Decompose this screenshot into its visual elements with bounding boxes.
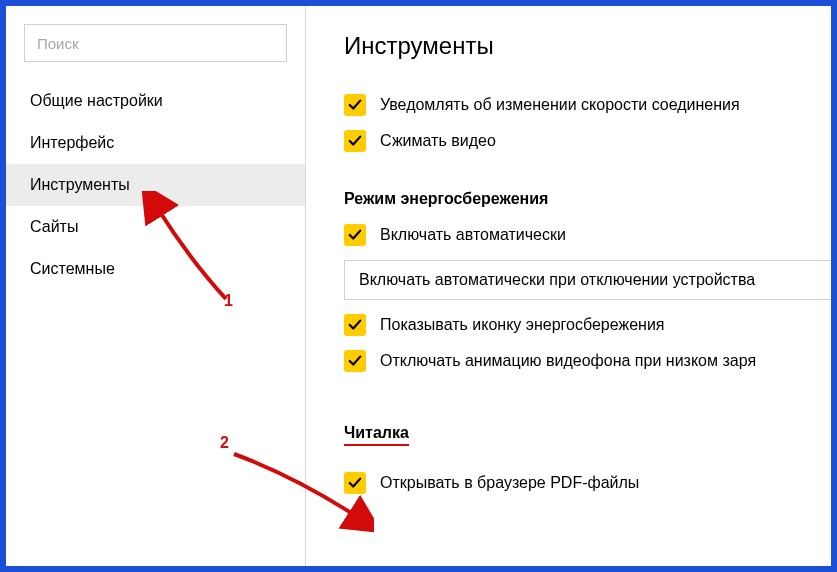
sidebar-item-interface[interactable]: Интерфейс [6,122,305,164]
sidebar-item-general[interactable]: Общие настройки [6,80,305,122]
sidebar-item-label: Сайты [30,218,78,235]
check-icon [348,134,362,148]
checkbox-energy-icon[interactable] [344,314,366,336]
search-input[interactable] [24,24,287,62]
check-icon [348,354,362,368]
section-title-energy: Режим энергосбережения [344,190,831,208]
check-icon [348,228,362,242]
sidebar: Общие настройки Интерфейс Инструменты Са… [6,6,306,566]
check-icon [348,476,362,490]
page-title: Инструменты [344,32,831,60]
sidebar-item-label: Интерфейс [30,134,114,151]
sidebar-item-label: Системные [30,260,115,277]
sidebar-item-tools[interactable]: Инструменты [6,164,305,206]
option-label: Сжимать видео [380,132,496,150]
nav-list: Общие настройки Интерфейс Инструменты Са… [6,80,305,290]
check-icon [348,318,362,332]
sidebar-item-system[interactable]: Системные [6,248,305,290]
select-value: Включать автоматически при отключении ус… [359,271,755,288]
option-label: Показывать иконку энергосбережения [380,316,664,334]
option-label: Открывать в браузере PDF-файлы [380,474,639,492]
checkbox-compress-video[interactable] [344,130,366,152]
option-label: Уведомлять об изменении скорости соедине… [380,96,740,114]
energy-mode-select[interactable]: Включать автоматически при отключении ус… [344,260,831,300]
option-label: Включать автоматически [380,226,566,244]
sidebar-item-label: Инструменты [30,176,130,193]
option-label: Отключать анимацию видеофона при низком … [380,352,756,370]
section-title-reader: Читалка [344,424,409,446]
checkbox-energy-auto[interactable] [344,224,366,246]
checkbox-notify-speed[interactable] [344,94,366,116]
checkbox-energy-animation[interactable] [344,350,366,372]
sidebar-item-label: Общие настройки [30,92,163,109]
sidebar-item-sites[interactable]: Сайты [6,206,305,248]
checkbox-open-pdf[interactable] [344,472,366,494]
content: Инструменты Уведомлять об изменении скор… [306,6,831,566]
check-icon [348,98,362,112]
